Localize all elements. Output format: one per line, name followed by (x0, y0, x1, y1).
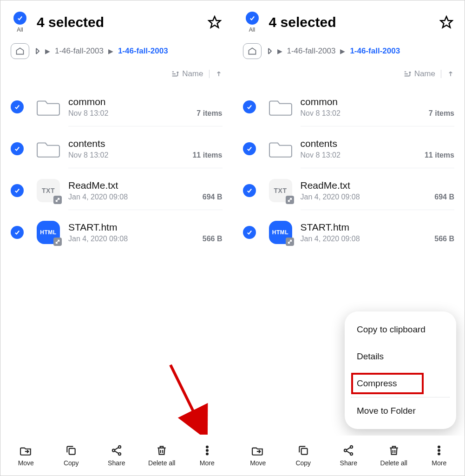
breadcrumb-home[interactable] (243, 43, 262, 59)
select-all-toggle[interactable]: All (243, 12, 262, 33)
breadcrumb-item-current[interactable]: 1-46-fall-2003 (350, 46, 400, 56)
list-item[interactable]: HTML START.htm Jan 4, 2020 09:08566 B (233, 212, 465, 253)
divider (441, 70, 441, 78)
favorite-button[interactable] (207, 14, 223, 30)
file-name: START.htm (301, 222, 455, 233)
copy-button[interactable]: Copy (52, 444, 90, 467)
screenshot-left: All 4 selected ▶ 1-46-fall-2003 ▶ 1-46-f… (0, 0, 233, 476)
share-icon (111, 444, 123, 456)
row-checkbox[interactable] (11, 226, 24, 239)
bottom-toolbar: Move Copy Share Delete all More (233, 436, 465, 476)
more-button[interactable]: More (420, 444, 458, 467)
select-all-label: All (17, 26, 23, 33)
file-date: Jan 4, 2020 09:08 (68, 235, 128, 243)
row-checkbox[interactable] (11, 142, 24, 155)
row-checkbox[interactable] (243, 184, 256, 197)
file-meta: 566 B (434, 235, 454, 243)
menu-copy-clipboard[interactable]: Copy to clipboard (345, 316, 456, 343)
breadcrumb-home[interactable] (11, 43, 29, 59)
breadcrumb-item[interactable]: 1-46-fall-2003 (55, 46, 104, 56)
trash-icon (388, 444, 400, 456)
check-icon (246, 12, 259, 25)
svg-marker-0 (209, 17, 220, 28)
file-date: Jan 4, 2020 09:08 (301, 235, 360, 243)
file-date: Nov 8 13:02 (301, 151, 341, 159)
divider (209, 70, 210, 78)
row-checkbox[interactable] (243, 226, 256, 239)
row-checkbox[interactable] (11, 100, 24, 113)
list-item[interactable]: common Nov 8 13:027 items (0, 86, 233, 128)
file-name: ReadMe.txt (301, 180, 455, 191)
file-name: common (68, 96, 223, 107)
share-button[interactable]: Share (98, 444, 135, 467)
move-button[interactable]: Move (7, 444, 45, 467)
share-icon (342, 444, 354, 456)
list-item[interactable]: contents Nov 8 13:0211 items (0, 128, 233, 170)
sort-controls: Name (0, 61, 233, 82)
file-meta: 11 items (192, 151, 222, 159)
row-checkbox[interactable] (243, 142, 256, 155)
menu-details[interactable]: Details (345, 343, 456, 370)
svg-rect-10 (301, 449, 307, 455)
sort-label[interactable]: Name (182, 69, 203, 79)
file-name: common (301, 96, 455, 107)
move-icon (252, 444, 264, 456)
storage-icon (34, 47, 40, 55)
svg-point-7 (206, 450, 208, 451)
file-meta: 694 B (203, 193, 223, 201)
html-file-icon: HTML (36, 220, 61, 245)
move-icon (20, 444, 32, 456)
bottom-toolbar: Move Copy Share Delete all More (0, 436, 233, 476)
check-icon (13, 12, 26, 25)
chevron-right-icon: ▶ (277, 47, 282, 55)
file-date: Jan 4, 2020 09:08 (68, 193, 128, 201)
more-icon (201, 444, 213, 456)
more-icon (433, 444, 445, 456)
copy-icon (65, 444, 77, 456)
breadcrumb-item[interactable]: 1-46-fall-2003 (287, 46, 336, 56)
file-list: common Nov 8 13:027 items contents Nov 8… (233, 82, 465, 253)
sort-label[interactable]: Name (414, 69, 435, 79)
sort-direction-button[interactable] (215, 70, 223, 78)
file-meta: 7 items (196, 109, 222, 118)
file-date: Nov 8 13:02 (68, 151, 108, 159)
expand-icon (53, 238, 62, 246)
txt-file-icon: TXT (36, 178, 61, 203)
list-item[interactable]: contents Nov 8 13:0211 items (233, 128, 465, 170)
annotation-arrow (161, 360, 212, 435)
menu-compress[interactable]: Compress (345, 370, 456, 397)
move-button[interactable]: Move (239, 444, 276, 467)
row-checkbox[interactable] (243, 100, 256, 113)
list-item[interactable]: HTML START.htm Jan 4, 2020 09:08566 B (0, 212, 233, 253)
sort-direction-button[interactable] (447, 70, 454, 78)
file-meta: 694 B (434, 193, 454, 201)
copy-button[interactable]: Copy (285, 444, 322, 467)
more-button[interactable]: More (189, 444, 226, 467)
sort-controls: Name (233, 61, 465, 82)
breadcrumb-item-current[interactable]: 1-46-fall-2003 (118, 46, 168, 56)
share-button[interactable]: Share (330, 444, 367, 467)
chevron-right-icon: ▶ (340, 47, 345, 55)
favorite-button[interactable] (439, 14, 454, 30)
screenshot-right: All 4 selected ▶ 1-46-fall-2003 ▶ 1-46-f… (233, 0, 465, 476)
svg-rect-2 (69, 449, 75, 455)
svg-point-6 (206, 446, 208, 448)
svg-marker-9 (441, 17, 452, 28)
file-name: START.htm (68, 222, 223, 233)
list-item[interactable]: common Nov 8 13:027 items (233, 86, 465, 128)
file-date: Nov 8 13:02 (301, 109, 341, 118)
file-meta: 11 items (425, 151, 454, 159)
folder-icon (36, 94, 61, 119)
delete-all-button[interactable]: Delete all (143, 444, 180, 467)
list-item[interactable]: TXT ReadMe.txt Jan 4, 2020 09:08694 B (233, 170, 465, 212)
list-item[interactable]: TXT ReadMe.txt Jan 4, 2020 09:08694 B (0, 170, 233, 212)
row-checkbox[interactable] (11, 184, 24, 197)
html-file-icon: HTML (268, 220, 293, 245)
delete-all-button[interactable]: Delete all (375, 444, 413, 467)
sort-icon[interactable] (403, 70, 412, 78)
breadcrumb: ▶ 1-46-fall-2003 ▶ 1-46-fall-2003 (0, 37, 233, 61)
storage-icon (266, 47, 273, 55)
menu-move-folder[interactable]: Move to Folder (345, 397, 456, 424)
sort-icon[interactable] (171, 70, 179, 78)
select-all-toggle[interactable]: All (11, 12, 29, 33)
